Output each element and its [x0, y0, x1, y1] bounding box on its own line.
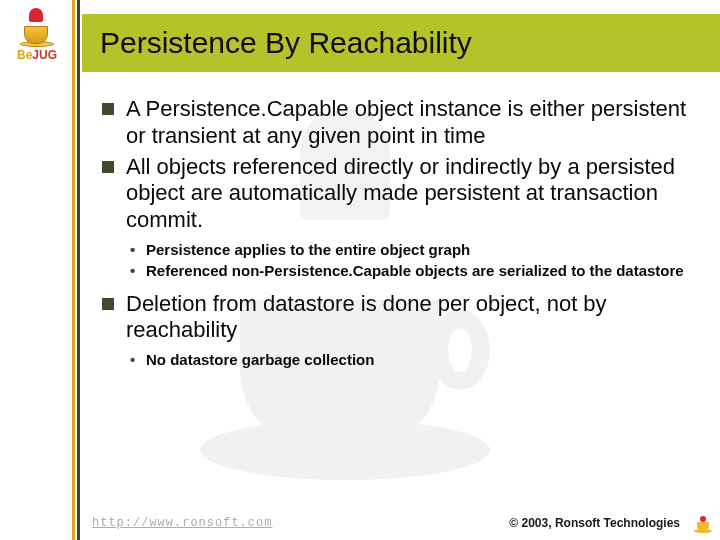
bullet-text: All objects referenced directly or indir…: [126, 154, 675, 233]
slide-body: A Persistence.Capable object instance is…: [100, 96, 692, 379]
page-title: Persistence By Reachability: [100, 26, 472, 60]
title-bar: Persistence By Reachability: [82, 14, 720, 72]
footer: http://www.ronsoft.com © 2003, Ronsoft T…: [92, 516, 706, 530]
sub-list-item: Referenced non-Persistence.Capable objec…: [126, 261, 692, 280]
divider-dark: [77, 0, 80, 540]
sub-list: No datastore garbage collection: [126, 350, 692, 369]
bullet-list: A Persistence.Capable object instance is…: [100, 96, 692, 369]
sub-list: Persistence applies to the entire object…: [126, 240, 692, 280]
bullet-text: A Persistence.Capable object instance is…: [126, 96, 686, 148]
list-item: Deletion from datastore is done per obje…: [100, 291, 692, 370]
list-item: A Persistence.Capable object instance is…: [100, 96, 692, 150]
bullet-text: Deletion from datastore is done per obje…: [126, 291, 607, 343]
bejug-logo: BeJUG: [8, 6, 66, 72]
sub-list-item: No datastore garbage collection: [126, 350, 692, 369]
header: BeJUG Persistence By Reachability: [0, 0, 720, 78]
logo-text: BeJUG: [17, 48, 57, 62]
footer-coffee-icon: [694, 514, 714, 534]
sub-list-item: Persistence applies to the entire object…: [126, 240, 692, 259]
copyright-text: © 2003, Ronsoft Technologies: [509, 516, 680, 530]
divider-orange: [72, 0, 75, 540]
list-item: All objects referenced directly or indir…: [100, 154, 692, 281]
coffee-cup-icon: [20, 6, 54, 44]
footer-url-link[interactable]: http://www.ronsoft.com: [92, 516, 272, 530]
